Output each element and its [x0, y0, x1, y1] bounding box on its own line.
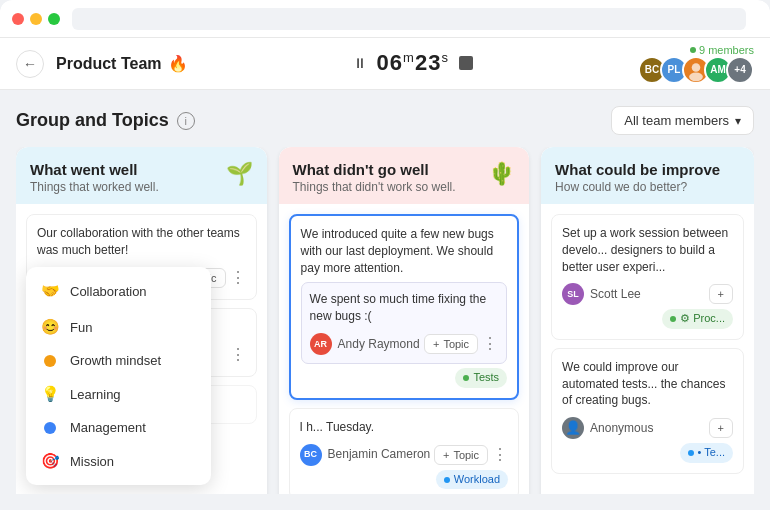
- pause-icon[interactable]: ⏸: [353, 55, 367, 71]
- timer-s-unit: s: [441, 50, 449, 65]
- col-title-1: What went well: [30, 161, 159, 178]
- kebab-menu-icon[interactable]: ⋮: [492, 444, 508, 466]
- filter-dropdown[interactable]: All team members ▾: [611, 106, 754, 135]
- card-text: Our collaboration with the other teams w…: [37, 225, 246, 259]
- user-name: Andy Raymond: [338, 336, 420, 353]
- dropdown-item-growth-mindset[interactable]: Growth mindset: [26, 345, 211, 376]
- timer-minutes: 06: [377, 51, 403, 76]
- avatars: BC PL AM +4: [638, 56, 754, 84]
- column-didnt-go-well: What didn't go well Things that didn't w…: [279, 147, 530, 494]
- project-title: Product Team 🔥: [56, 54, 188, 73]
- members-count: 9 members: [690, 44, 754, 56]
- dropdown-item-collaboration[interactable]: 🤝 Collaboration: [26, 273, 211, 309]
- chevron-down-icon: ▾: [735, 114, 741, 128]
- plus-icon: +: [718, 288, 724, 300]
- tag-workload: Workload: [436, 470, 508, 489]
- dropdown-item-label: Learning: [70, 387, 121, 402]
- col-subtitle-1: Things that worked well.: [30, 180, 159, 194]
- plus-icon: +: [443, 449, 449, 461]
- dropdown-item-fun[interactable]: 😊 Fun: [26, 309, 211, 345]
- filter-label: All team members: [624, 113, 729, 128]
- fun-icon: 😊: [40, 317, 60, 337]
- user-name: Scott Lee: [590, 286, 641, 303]
- dropdown-item-label: Management: [70, 420, 146, 435]
- learning-icon: 💡: [40, 384, 60, 404]
- card: Set up a work session between develo... …: [551, 214, 744, 340]
- card-text: Set up a work session between develo... …: [562, 225, 733, 275]
- dropdown-item-label: Collaboration: [70, 284, 147, 299]
- tag-label: Workload: [454, 472, 500, 487]
- tag-dot: [463, 375, 469, 381]
- user-name: Anonymous: [590, 420, 653, 437]
- tag-dot: [688, 450, 694, 456]
- col-header-improved: What could be improve How could we do be…: [541, 147, 754, 204]
- add-topic-label: Topic: [443, 338, 469, 350]
- col-body-2: We introduced quite a few new bugs with …: [279, 204, 530, 494]
- plus-icon: +: [718, 422, 724, 434]
- col-emoji-2: 🌵: [488, 161, 515, 187]
- titlebar: [0, 0, 770, 38]
- add-topic-button[interactable]: + Topic: [424, 334, 478, 354]
- members-section: 9 members BC PL AM +4: [638, 44, 754, 84]
- tag-label: Tests: [473, 370, 499, 385]
- dropdown-item-learning[interactable]: 💡 Learning: [26, 376, 211, 412]
- avatar: BC: [300, 444, 322, 466]
- add-topic-button[interactable]: +: [709, 418, 733, 438]
- kebab-menu-icon[interactable]: ⋮: [230, 267, 246, 289]
- card-text: We could improve our automated tests... …: [562, 359, 733, 409]
- dropdown-item-label: Growth mindset: [70, 353, 161, 368]
- add-topic-button[interactable]: +: [709, 284, 733, 304]
- plus-icon: +: [433, 338, 439, 350]
- col-subtitle-2: Things that didn't work so well.: [293, 180, 456, 194]
- info-icon[interactable]: i: [177, 112, 195, 130]
- section-header: Group and Topics i All team members ▾: [16, 106, 754, 135]
- minimize-button[interactable]: [30, 13, 42, 25]
- timer-m-unit: m: [403, 50, 415, 65]
- kebab-menu-icon[interactable]: ⋮: [230, 344, 246, 366]
- close-button[interactable]: [12, 13, 24, 25]
- back-button[interactable]: ←: [16, 50, 44, 78]
- tag-dot: [444, 477, 450, 483]
- mission-icon: 🎯: [40, 451, 60, 471]
- avatar: 👤: [562, 417, 584, 439]
- card-user: BC Benjamin Cameron: [300, 444, 431, 466]
- header: ← Product Team 🔥 ⏸ 06m23s 9 members BC P…: [0, 38, 770, 90]
- col-title-2: What didn't go well: [293, 161, 456, 178]
- card-focused: We introduced quite a few new bugs with …: [289, 214, 520, 400]
- tag-label: ⚙ Proc...: [680, 311, 725, 326]
- columns-wrapper: What went well Things that worked well. …: [16, 147, 754, 494]
- inner-card: We spent so much time fixing the new bug…: [301, 282, 508, 364]
- card-user: SL Scott Lee: [562, 283, 641, 305]
- dropdown-item-mission[interactable]: 🎯 Mission: [26, 443, 211, 479]
- traffic-lights: [12, 13, 60, 25]
- add-topic-button[interactable]: + Topic: [434, 445, 488, 465]
- tag-dot: [670, 316, 676, 322]
- avatar: SL: [562, 283, 584, 305]
- topic-dropdown-menu: 🤝 Collaboration 😊 Fun Growth mindset 💡 L…: [26, 267, 211, 485]
- tag-proc: ⚙ Proc...: [662, 309, 733, 328]
- timer-section: ⏸ 06m23s: [200, 50, 627, 76]
- growth-mindset-icon: [44, 355, 56, 367]
- col-subtitle-3: How could we do better?: [555, 180, 720, 194]
- timer-seconds: 23: [415, 51, 441, 76]
- card: We could improve our automated tests... …: [551, 348, 744, 474]
- col-body-3: Set up a work session between develo... …: [541, 204, 754, 494]
- collaboration-icon: 🤝: [40, 281, 60, 301]
- svg-point-0: [692, 63, 701, 72]
- tag-te: • Te...: [680, 443, 734, 462]
- avatar-overflow: +4: [726, 56, 754, 84]
- dropdown-item-label: Fun: [70, 320, 92, 335]
- svg-point-1: [689, 72, 703, 81]
- section-title: Group and Topics: [16, 110, 169, 131]
- dropdown-item-management[interactable]: Management: [26, 412, 211, 443]
- stop-icon[interactable]: [459, 56, 473, 70]
- maximize-button[interactable]: [48, 13, 60, 25]
- project-emoji: 🔥: [168, 54, 188, 73]
- col-header-didnt-go-well: What didn't go well Things that didn't w…: [279, 147, 530, 204]
- kebab-menu-icon[interactable]: ⋮: [482, 333, 498, 355]
- add-topic-label: Topic: [453, 449, 479, 461]
- url-bar[interactable]: [72, 8, 746, 30]
- user-name: Benjamin Cameron: [328, 446, 431, 463]
- management-icon: [44, 422, 56, 434]
- project-name-label: Product Team: [56, 55, 162, 73]
